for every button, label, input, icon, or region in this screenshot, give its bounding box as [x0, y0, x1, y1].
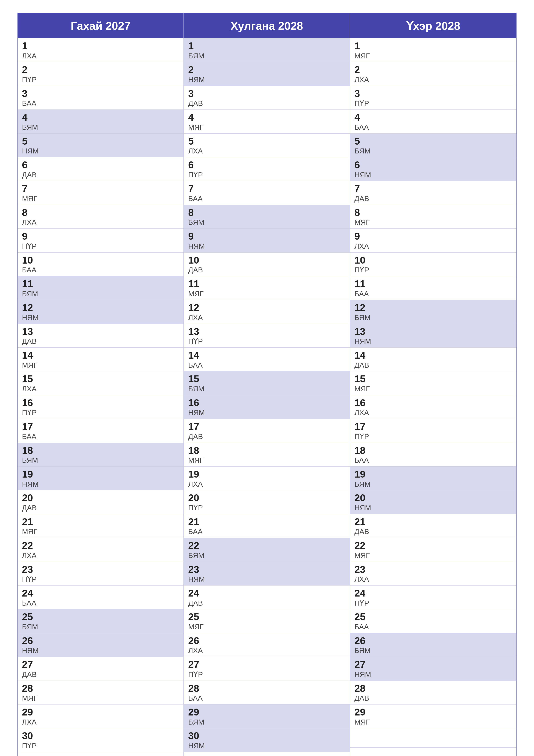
- day-number: 18: [354, 445, 512, 456]
- day-row: 7БАА: [184, 181, 350, 205]
- day-number: 20: [22, 493, 179, 503]
- day-row: 26НЯМ: [18, 633, 184, 657]
- day-name: ПҮР: [22, 408, 179, 417]
- day-row: 30НЯМ: [184, 728, 350, 752]
- day-row: 4МЯГ: [184, 110, 350, 133]
- day-number: 15: [22, 373, 179, 385]
- day-name: ЛХА: [22, 385, 179, 393]
- day-name: ЛХА: [354, 408, 512, 417]
- day-number: 10: [188, 255, 345, 266]
- day-row: 13НЯМ: [350, 324, 516, 348]
- day-name: МЯГ: [188, 289, 345, 298]
- day-number: 5: [188, 136, 345, 147]
- day-number: 14: [188, 350, 345, 361]
- day-row: 4БЯМ: [18, 110, 184, 133]
- day-number: 23: [22, 564, 179, 575]
- day-row: 19ЛХА: [184, 467, 350, 490]
- day-name: БЯМ: [188, 218, 345, 227]
- day-number: 30: [188, 730, 345, 741]
- day-number: 1: [354, 40, 512, 51]
- day-row: 3ПҮР: [350, 86, 516, 110]
- day-name: НЯМ: [22, 646, 179, 655]
- month-header-1: Хулгана 2028: [184, 14, 350, 39]
- day-number: 28: [22, 683, 179, 694]
- day-name: ДАВ: [354, 361, 512, 369]
- day-number: 26: [188, 635, 345, 646]
- day-row: 18МЯГ: [184, 443, 350, 467]
- day-row: 15МЯГ: [350, 371, 516, 395]
- day-row: 27ДАВ: [18, 657, 184, 681]
- day-row: 4БАА: [350, 110, 516, 133]
- day-number: 9: [188, 231, 345, 242]
- day-name: НЯМ: [22, 147, 179, 155]
- day-row: 13ДАВ: [18, 324, 184, 348]
- day-number: 1: [22, 40, 179, 51]
- day-name: ПҮР: [188, 171, 345, 179]
- day-name: НЯМ: [188, 408, 345, 417]
- day-number: 18: [22, 445, 179, 456]
- day-number: 22: [354, 540, 512, 551]
- day-name: ДАВ: [354, 527, 512, 536]
- day-number: 29: [354, 707, 512, 717]
- day-number: 20: [188, 493, 345, 503]
- day-row: 20ПҮР: [184, 490, 350, 514]
- day-number: 12: [22, 302, 179, 313]
- day-row: 10ДАВ: [184, 253, 350, 276]
- day-row: 14МЯГ: [18, 348, 184, 371]
- day-row: 18БЯМ: [18, 443, 184, 467]
- day-name: МЯГ: [354, 717, 512, 726]
- day-name: МЯГ: [22, 527, 179, 536]
- day-name: БЯМ: [188, 717, 345, 726]
- day-number: 7: [22, 183, 179, 194]
- day-number: 3: [354, 88, 512, 99]
- day-row: 23НЯМ: [184, 562, 350, 585]
- day-number: 19: [188, 469, 345, 480]
- day-number: 7: [354, 183, 512, 194]
- day-name: ПҮР: [22, 242, 179, 251]
- day-number: 2: [22, 64, 179, 75]
- day-row: 20ДАВ: [18, 490, 184, 514]
- day-row: 11МЯГ: [184, 276, 350, 300]
- day-number: 26: [22, 635, 179, 646]
- day-row: 5ЛХА: [184, 134, 350, 157]
- day-number: 31: [188, 754, 345, 756]
- day-number: 25: [188, 611, 345, 622]
- day-name: ПҮР: [354, 99, 512, 108]
- day-row: 2НЯМ: [184, 62, 350, 86]
- day-name: ЛХА: [354, 575, 512, 583]
- day-name: БЯМ: [22, 123, 179, 132]
- day-number: 18: [188, 445, 345, 456]
- day-name: НЯМ: [188, 75, 345, 84]
- day-name: БЯМ: [188, 51, 345, 60]
- day-row: 22МЯГ: [350, 538, 516, 562]
- day-number: 27: [22, 659, 179, 670]
- day-number: 17: [188, 421, 345, 432]
- day-name: БАА: [22, 265, 179, 274]
- day-name: ЛХА: [188, 313, 345, 322]
- day-row: 6НЯМ: [350, 157, 516, 181]
- day-number: 26: [354, 635, 512, 646]
- day-number: 2: [354, 64, 512, 75]
- day-row: 7МЯГ: [18, 181, 184, 205]
- day-row: 25БАА: [350, 609, 516, 633]
- day-row: 9ПҮР: [18, 229, 184, 252]
- day-name: БАА: [22, 599, 179, 608]
- day-name: БАА: [188, 527, 345, 536]
- day-row: 24ДАВ: [184, 585, 350, 609]
- day-row: 27НЯМ: [350, 657, 516, 681]
- day-number: 21: [22, 516, 179, 527]
- day-number: 4: [354, 112, 512, 123]
- day-row: 14БАА: [184, 348, 350, 371]
- day-number: 27: [354, 659, 512, 670]
- day-name: БАА: [22, 432, 179, 441]
- day-number: 23: [188, 564, 345, 575]
- day-row: 31БАА: [18, 752, 184, 756]
- day-row: 26ЛХА: [184, 633, 350, 657]
- day-name: БЯМ: [22, 456, 179, 465]
- day-name: ПҮР: [22, 741, 179, 750]
- day-name: ПҮР: [354, 599, 512, 608]
- day-name: МЯГ: [188, 622, 345, 631]
- day-row: 22БЯМ: [184, 538, 350, 562]
- day-number: 9: [354, 231, 512, 242]
- day-name: БАА: [354, 456, 512, 465]
